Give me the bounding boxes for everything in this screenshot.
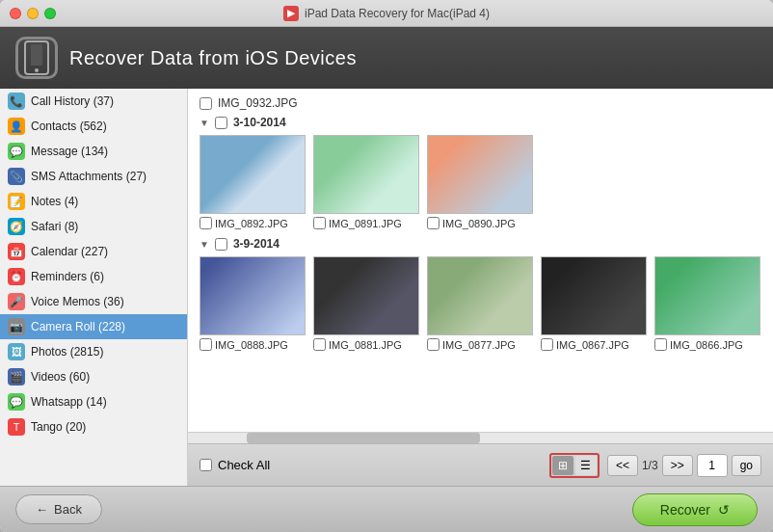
thumb-image-0-0[interactable]: [200, 135, 306, 214]
sidebar-item-label-safari: Safari (8): [31, 220, 78, 233]
thumb-filename-0-2: IMG_0890.JPG: [442, 218, 516, 229]
recover-label: Recover: [660, 502, 710, 518]
group-checkbox-1[interactable]: [215, 238, 227, 251]
thumb-checkbox-0-1[interactable]: [313, 217, 326, 229]
sidebar-item-label-camera-roll: Camera Roll (228): [31, 320, 125, 333]
thumb-image-1-3[interactable]: [541, 256, 647, 335]
voice-memos-icon: 🎤: [8, 293, 25, 310]
group-header-1: ▼3-9-2014: [200, 237, 761, 251]
group-date-1: 3-9-2014: [233, 237, 280, 251]
view-mode-buttons: ⊞ ☰: [549, 453, 600, 478]
sidebar-item-notes[interactable]: 📝Notes (4): [0, 189, 187, 214]
sidebar-item-camera-roll[interactable]: 📷Camera Roll (228): [0, 314, 187, 339]
grid-view-button[interactable]: ⊞: [552, 456, 573, 475]
thumb-cell-1-1: IMG_0881.JPG: [313, 256, 419, 351]
thumb-image-1-1[interactable]: [313, 256, 419, 335]
sidebar-item-label-photos: Photos (2815): [31, 345, 103, 359]
sidebar-item-label-call-history: Call History (37): [31, 94, 114, 108]
sidebar: 📞Call History (37)👤Contacts (562)💬Messag…: [0, 89, 188, 486]
page-info: 1/3: [642, 459, 658, 472]
group-arrow-icon[interactable]: ▼: [200, 118, 209, 128]
back-button[interactable]: ← Back: [15, 494, 102, 524]
thumb-label-row-1-4: IMG_0866.JPG: [654, 338, 743, 351]
sidebar-item-whatsapp[interactable]: 💬Whatsapp (14): [0, 389, 187, 414]
sms-attachments-icon: 📎: [8, 168, 25, 185]
sidebar-item-voice-memos[interactable]: 🎤Voice Memos (36): [0, 289, 187, 314]
sidebar-item-label-whatsapp: Whatsapp (14): [31, 395, 107, 409]
prev-prev-button[interactable]: <<: [607, 455, 638, 476]
go-button[interactable]: go: [732, 455, 761, 476]
page-input[interactable]: [697, 454, 728, 477]
list-view-button[interactable]: ☰: [575, 456, 597, 475]
thumb-filename-0-1: IMG_0891.JPG: [329, 218, 402, 229]
bottom-bar: Check All ⊞ ☰ << 1/3 >> go: [188, 443, 773, 486]
thumb-image-1-2[interactable]: [427, 256, 533, 335]
back-label: Back: [54, 502, 82, 517]
thumb-image-1-4[interactable]: [654, 256, 760, 335]
traffic-lights: [10, 8, 56, 19]
sidebar-item-sms-attachments[interactable]: 📎SMS Attachments (27): [0, 164, 187, 189]
svg-point-1: [35, 68, 39, 72]
message-icon: 💬: [8, 143, 25, 160]
videos-icon: 🎬: [8, 368, 25, 386]
thumb-filename-0-0: IMG_0892.JPG: [215, 218, 288, 229]
minimize-button[interactable]: [27, 8, 39, 19]
thumb-image-1-0[interactable]: [200, 256, 306, 335]
reminders-icon: ⏰: [8, 268, 25, 285]
thumb-label-row-1-1: IMG_0881.JPG: [313, 338, 402, 351]
horizontal-scrollbar[interactable]: [188, 432, 773, 443]
thumb-label-row-0-1: IMG_0891.JPG: [313, 217, 402, 229]
sidebar-item-label-reminders: Reminders (6): [31, 270, 104, 283]
thumb-label-row-1-3: IMG_0867.JPG: [541, 338, 629, 351]
thumb-cell-0-2: IMG_0890.JPG: [427, 135, 533, 229]
footer: ← Back Recover ↺: [0, 486, 773, 532]
thumb-checkbox-0-2[interactable]: [427, 217, 440, 229]
thumb-cell-1-0: IMG_0888.JPG: [200, 256, 306, 351]
single-image-checkbox[interactable]: [200, 97, 212, 110]
contacts-icon: 👤: [8, 118, 25, 135]
sidebar-item-message[interactable]: 💬Message (134): [0, 139, 187, 164]
thumb-checkbox-0-0[interactable]: [200, 217, 212, 229]
tango-icon: T: [8, 418, 25, 436]
sidebar-item-reminders[interactable]: ⏰Reminders (6): [0, 264, 187, 289]
sidebar-item-safari[interactable]: 🧭Safari (8): [0, 214, 187, 239]
header: Recover Data from iOS Devices: [0, 27, 773, 89]
sidebar-item-calendar[interactable]: 📅Calendar (227): [0, 239, 187, 264]
sidebar-item-videos[interactable]: 🎬Videos (60): [0, 364, 187, 389]
pager: << 1/3 >> go: [607, 454, 761, 477]
check-all-checkbox[interactable]: [200, 459, 212, 471]
thumb-checkbox-1-2[interactable]: [427, 338, 440, 351]
sidebar-item-photos[interactable]: 🖼Photos (2815): [0, 339, 187, 364]
sidebar-item-contacts[interactable]: 👤Contacts (562): [0, 114, 187, 139]
thumb-filename-1-2: IMG_0877.JPG: [442, 339, 516, 351]
safari-icon: 🧭: [8, 218, 25, 235]
camera-roll-icon: 📷: [8, 318, 25, 335]
maximize-button[interactable]: [44, 8, 56, 19]
thumb-checkbox-1-3[interactable]: [541, 338, 553, 351]
content-area: IMG_0932.JPG ▼3-10-2014IMG_0892.JPGIMG_0…: [188, 89, 773, 486]
svg-rect-2: [31, 44, 42, 66]
photo-grid[interactable]: IMG_0932.JPG ▼3-10-2014IMG_0892.JPGIMG_0…: [188, 89, 773, 432]
next-next-button[interactable]: >>: [662, 455, 693, 476]
titlebar: ▶ iPad Data Recovery for Mac(iPad 4): [0, 0, 773, 27]
close-button[interactable]: [10, 8, 21, 19]
thumb-image-0-1[interactable]: [313, 135, 419, 214]
header-device-icon: [15, 37, 58, 79]
thumb-checkbox-1-0[interactable]: [200, 338, 212, 351]
thumb-image-0-2[interactable]: [427, 135, 533, 214]
single-image-row: IMG_0932.JPG: [200, 96, 761, 110]
thumb-checkbox-1-1[interactable]: [313, 338, 326, 351]
sidebar-item-call-history[interactable]: 📞Call History (37): [0, 89, 187, 114]
thumb-checkbox-1-4[interactable]: [654, 338, 667, 351]
sidebar-item-tango[interactable]: TTango (20): [0, 414, 187, 439]
thumb-filename-1-0: IMG_0888.JPG: [215, 339, 288, 351]
thumb-label-row-1-2: IMG_0877.JPG: [427, 338, 516, 351]
group-checkbox-0[interactable]: [215, 117, 227, 129]
group-arrow-icon[interactable]: ▼: [200, 239, 209, 250]
sidebar-item-label-contacts: Contacts (562): [31, 120, 107, 133]
thumb-row-0: IMG_0892.JPGIMG_0891.JPGIMG_0890.JPG: [200, 135, 761, 229]
thumb-label-row-0-2: IMG_0890.JPG: [427, 217, 516, 229]
check-all-container: Check All: [200, 458, 270, 472]
back-arrow-icon: ←: [36, 502, 48, 517]
recover-button[interactable]: Recover ↺: [632, 493, 758, 526]
